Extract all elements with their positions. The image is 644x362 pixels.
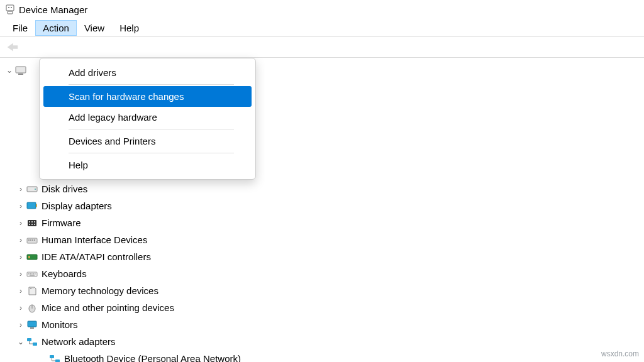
tree-row-ide[interactable]: › IDE ATA/ATAPI controllers — [5, 248, 639, 265]
menu-file[interactable]: File — [5, 20, 35, 36]
tree-row-display-adapters[interactable]: › Display adapters — [5, 197, 639, 214]
chevron-right-icon[interactable]: › — [16, 253, 25, 261]
chevron-right-icon[interactable]: › — [16, 236, 25, 244]
svg-rect-26 — [30, 273, 31, 275]
svg-rect-23 — [28, 256, 30, 258]
tree-label: Human Interface Devices — [42, 234, 147, 245]
back-icon[interactable] — [5, 40, 19, 54]
display-adapter-icon — [26, 201, 38, 211]
svg-rect-15 — [31, 224, 33, 225]
svg-rect-28 — [33, 273, 35, 275]
svg-rect-30 — [30, 275, 35, 275]
chevron-down-icon[interactable]: ⌄ — [16, 337, 25, 346]
menu-view[interactable]: View — [77, 20, 112, 36]
firmware-icon — [26, 218, 38, 228]
computer-icon — [15, 65, 26, 75]
tree-row-disk-drives[interactable]: › Disk drives — [5, 180, 639, 197]
svg-point-7 — [35, 189, 36, 190]
svg-rect-29 — [35, 273, 36, 275]
svg-rect-32 — [31, 288, 32, 289]
svg-rect-40 — [50, 355, 54, 358]
svg-rect-33 — [33, 288, 33, 289]
menu-action[interactable]: Action — [35, 20, 77, 36]
chevron-right-icon[interactable]: › — [16, 321, 25, 329]
svg-point-1 — [8, 7, 9, 8]
chevron-right-icon[interactable]: › — [16, 270, 25, 278]
svg-rect-18 — [28, 239, 30, 241]
svg-rect-41 — [55, 359, 60, 363]
svg-rect-5 — [18, 74, 23, 75]
ide-controller-icon — [26, 252, 38, 262]
network-adapter-icon — [49, 354, 60, 363]
network-adapter-icon — [26, 337, 38, 347]
device-tree: Add drivers Scan for hardware changes Ad… — [0, 58, 644, 362]
chevron-right-icon[interactable]: › — [16, 185, 25, 194]
tree-label: Memory technology devices — [42, 285, 158, 296]
svg-rect-31 — [30, 288, 31, 289]
svg-rect-0 — [6, 5, 14, 11]
tree-label: Disk drives — [42, 184, 87, 194]
svg-rect-4 — [16, 67, 26, 73]
toolbar — [0, 36, 644, 58]
chevron-down-icon[interactable]: ⌄ — [5, 66, 14, 75]
menu-scan-hardware-changes[interactable]: Scan for hardware changes — [43, 86, 252, 107]
keyboard-icon — [26, 269, 38, 279]
tree-label: Monitors — [42, 319, 78, 330]
tree-row-bluetooth-device[interactable]: Bluetooth Device (Personal Area Network) — [5, 350, 639, 362]
tree-label: Network adapters — [42, 336, 116, 347]
tree-row-mice[interactable]: › Mice and other pointing devices — [5, 299, 639, 316]
tree-row-keyboards[interactable]: › Keyboards — [5, 265, 639, 282]
menu-help[interactable]: Help — [43, 155, 252, 175]
menubar: File Action View Help — [0, 19, 644, 36]
tree-row-memory-tech[interactable]: › Memory technology devices — [5, 282, 639, 299]
window-title: Device Manager — [19, 4, 87, 15]
tree-label: Bluetooth Device (Personal Area Network) — [64, 353, 241, 362]
chevron-right-icon[interactable]: › — [16, 202, 25, 211]
svg-rect-36 — [28, 321, 36, 327]
watermark: wsxdn.com — [601, 349, 639, 358]
svg-rect-20 — [32, 239, 33, 241]
svg-rect-25 — [28, 273, 30, 275]
menu-add-drivers[interactable]: Add drivers — [43, 62, 252, 83]
svg-rect-39 — [33, 343, 37, 346]
menu-separator — [69, 129, 234, 129]
tree-label: Firmware — [42, 217, 81, 228]
tree-row-network-adapters[interactable]: ⌄ Network adapters — [5, 333, 639, 350]
chevron-right-icon[interactable]: › — [16, 219, 25, 228]
hid-icon — [26, 235, 38, 245]
tree-row-firmware[interactable]: › Firmware — [5, 214, 639, 231]
menu-add-legacy-hardware[interactable]: Add legacy hardware — [43, 107, 252, 128]
action-dropdown: Add drivers Scan for hardware changes Ad… — [39, 58, 256, 180]
svg-rect-3 — [8, 11, 13, 14]
tree-label: Keyboards — [42, 268, 87, 279]
svg-rect-12 — [31, 221, 33, 222]
svg-rect-21 — [34, 239, 35, 241]
menu-devices-and-printers[interactable]: Devices and Printers — [43, 131, 252, 151]
menu-separator — [69, 84, 234, 85]
memory-card-icon — [26, 286, 38, 296]
svg-rect-14 — [29, 224, 30, 225]
chevron-right-icon[interactable]: › — [16, 287, 25, 295]
svg-rect-9 — [36, 204, 37, 207]
svg-rect-19 — [30, 239, 31, 241]
app-icon — [5, 4, 15, 14]
mouse-icon — [26, 303, 38, 313]
tree-row-hid[interactable]: › Human Interface Devices — [5, 231, 639, 248]
svg-rect-8 — [27, 202, 36, 209]
svg-rect-13 — [34, 221, 35, 222]
svg-rect-10 — [28, 220, 36, 226]
monitor-icon — [26, 320, 38, 330]
menu-help[interactable]: Help — [112, 20, 147, 36]
tree-label: IDE ATA/ATAPI controllers — [42, 251, 151, 262]
svg-rect-38 — [27, 338, 31, 341]
chevron-right-icon[interactable]: › — [16, 304, 25, 312]
svg-rect-37 — [30, 327, 34, 329]
svg-rect-11 — [29, 221, 30, 222]
svg-rect-16 — [34, 224, 35, 225]
tree-row-monitors[interactable]: › Monitors — [5, 316, 639, 333]
titlebar: Device Manager — [0, 0, 644, 19]
disk-drive-icon — [26, 184, 38, 194]
menu-separator — [69, 153, 234, 153]
tree-label: Mice and other pointing devices — [42, 302, 174, 313]
svg-point-2 — [11, 7, 12, 8]
